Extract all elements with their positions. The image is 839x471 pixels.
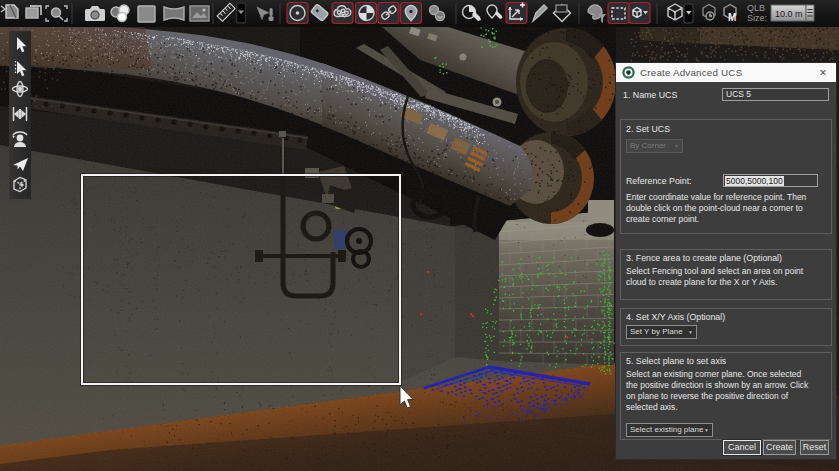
svg-text:M: M [728, 12, 736, 23]
svg-text:10.0 m: 10.0 m [775, 9, 803, 19]
svg-text:QLB: QLB [747, 3, 765, 13]
svg-text:Size:: Size: [747, 13, 767, 23]
